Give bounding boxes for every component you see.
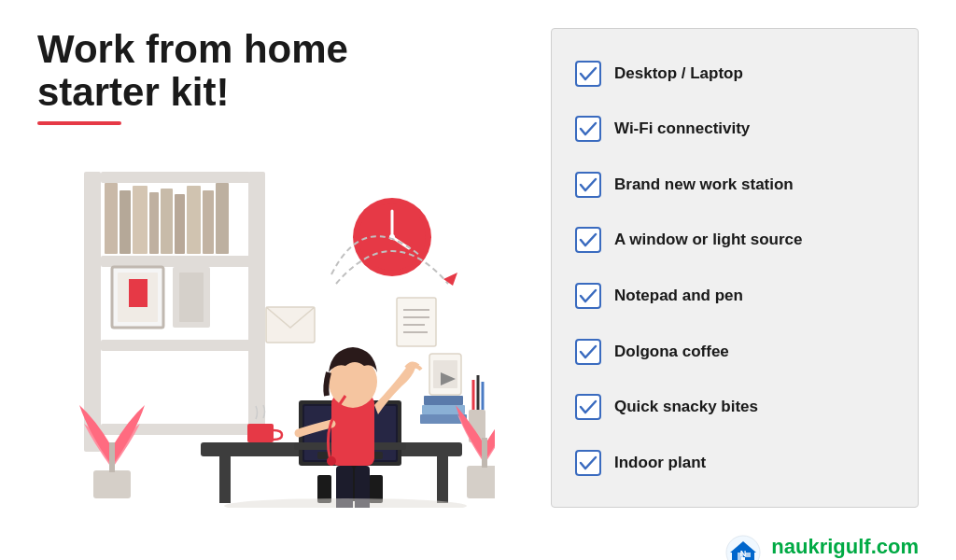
main-title: Work from home starter kit! (37, 28, 523, 114)
brand-text-group: naukrigulf.com Stay Home, Stay Safe! (771, 535, 919, 560)
svg-rect-64 (482, 438, 487, 468)
brand-name: naukrigulf.com (771, 535, 919, 559)
list-item: Wi-Fi connectivity (575, 112, 894, 146)
list-item: Quick snacky bites (575, 390, 894, 424)
svg-rect-2 (101, 256, 250, 267)
svg-rect-62 (109, 442, 115, 472)
brand-name-part1: naukri (771, 535, 833, 558)
list-item: A window or light source (575, 223, 894, 257)
checklist-label: Desktop / Laptop (614, 64, 743, 83)
main-container: Work from home starter kit! (0, 0, 956, 526)
svg-rect-1 (101, 172, 250, 183)
checklist-label: Dolgona coffee (614, 343, 729, 361)
title-underline (37, 121, 121, 125)
checkbox-icon (575, 172, 601, 198)
svg-rect-63 (467, 466, 495, 498)
svg-rect-0 (84, 172, 101, 452)
list-item: Brand new work station (575, 168, 894, 202)
svg-point-65 (224, 498, 467, 508)
list-item: Indoor plant (575, 446, 894, 480)
left-panel: Work from home starter kit! (37, 28, 523, 508)
checklist-label: Wi-Fi connectivity (614, 119, 750, 138)
svg-rect-44 (424, 396, 463, 405)
brand-name-part2: gulf.com (833, 535, 919, 558)
checkbox-icon (575, 61, 601, 87)
list-item: Desktop / Laptop (575, 57, 894, 91)
checkbox-icon (575, 283, 601, 309)
checkbox-icon (575, 116, 601, 142)
checklist-label: Notepad and pen (614, 287, 743, 305)
illustration-svg (65, 134, 495, 508)
svg-rect-8 (133, 186, 148, 254)
svg-rect-32 (433, 360, 457, 388)
svg-rect-12 (187, 186, 201, 254)
title-line1: Work from home (37, 27, 348, 71)
title-section: Work from home starter kit! (37, 28, 523, 125)
checkbox-icon (575, 394, 601, 420)
brand-icon: N (724, 534, 762, 560)
svg-rect-13 (203, 190, 214, 254)
svg-rect-19 (179, 273, 204, 322)
svg-rect-6 (105, 183, 118, 254)
svg-marker-34 (443, 273, 457, 286)
svg-rect-10 (161, 189, 173, 254)
illustration-area (37, 134, 523, 508)
checklist-label: Quick snacky bites (614, 398, 758, 416)
checklist-label: Brand new work station (614, 175, 794, 194)
svg-rect-36 (219, 456, 231, 503)
svg-text:N: N (740, 549, 747, 558)
checklist-label: Indoor plant (614, 454, 706, 472)
svg-rect-26 (397, 298, 436, 346)
checkbox-icon (575, 339, 601, 365)
checkbox-icon (575, 227, 601, 253)
checklist-label: A window or light source (614, 231, 803, 249)
svg-rect-17 (129, 279, 148, 307)
checklist-box: Desktop / LaptopWi-Fi connectivityBrand … (551, 28, 919, 508)
svg-rect-49 (247, 424, 274, 442)
svg-rect-14 (216, 183, 229, 254)
svg-rect-11 (175, 194, 185, 254)
svg-rect-37 (437, 456, 448, 503)
svg-rect-7 (120, 190, 131, 254)
svg-point-60 (327, 456, 336, 466)
checkbox-icon (575, 450, 601, 476)
branding-section: N naukrigulf.com Stay Home, Stay Safe! (0, 526, 956, 560)
svg-rect-61 (93, 470, 131, 498)
list-item: Dolgona coffee (575, 335, 894, 369)
svg-rect-9 (149, 192, 159, 254)
svg-rect-3 (101, 340, 250, 351)
right-panel: Desktop / LaptopWi-Fi connectivityBrand … (551, 28, 919, 508)
title-line2: starter kit! (37, 70, 229, 114)
list-item: Notepad and pen (575, 279, 894, 313)
